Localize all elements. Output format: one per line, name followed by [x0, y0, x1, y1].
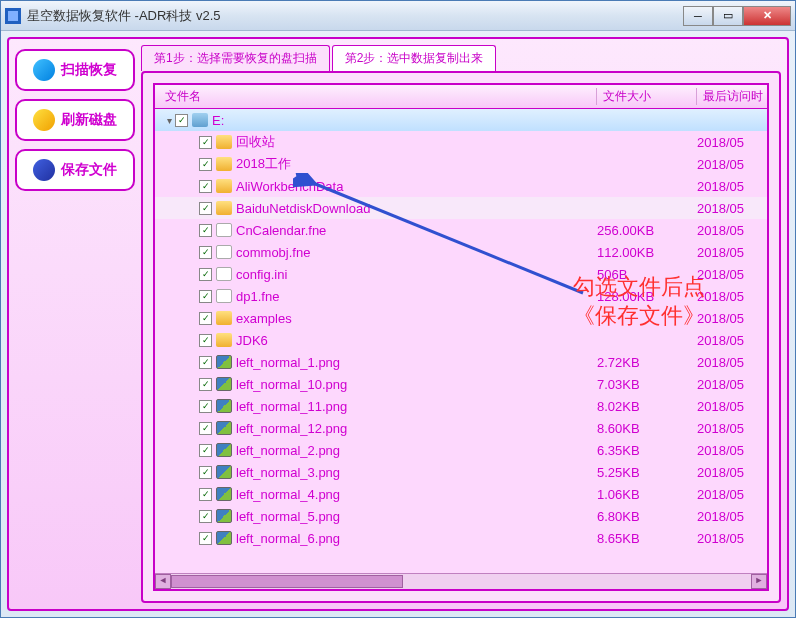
- scroll-thumb[interactable]: [171, 575, 403, 588]
- file-date: 2018/05: [697, 509, 767, 524]
- table-row[interactable]: ✓left_normal_4.png1.06KB2018/05: [155, 483, 767, 505]
- file-date: 2018/05: [697, 179, 767, 194]
- horizontal-scrollbar[interactable]: ◄ ►: [155, 573, 767, 589]
- row-checkbox[interactable]: ✓: [199, 268, 212, 281]
- table-row[interactable]: ✓left_normal_6.png8.65KB2018/05: [155, 527, 767, 549]
- minimize-button[interactable]: ─: [683, 6, 713, 26]
- file-date: 2018/05: [697, 289, 767, 304]
- folder-icon: [216, 157, 232, 171]
- row-checkbox[interactable]: ✓: [199, 356, 212, 369]
- row-checkbox[interactable]: ✓: [199, 158, 212, 171]
- file-name: commobj.fne: [236, 245, 597, 260]
- table-row[interactable]: ✓left_normal_3.png5.25KB2018/05: [155, 461, 767, 483]
- folder-icon: [216, 201, 232, 215]
- column-date[interactable]: 最后访问时: [697, 88, 767, 105]
- column-name[interactable]: 文件名: [155, 88, 597, 105]
- sidebar-button-scan-icon[interactable]: 扫描恢复: [15, 49, 135, 91]
- row-checkbox[interactable]: ✓: [199, 444, 212, 457]
- close-button[interactable]: ✕: [743, 6, 791, 26]
- scroll-right-icon[interactable]: ►: [751, 574, 767, 589]
- folder-icon: [216, 135, 232, 149]
- save-icon: [33, 159, 55, 181]
- sidebar-button-label: 扫描恢复: [61, 61, 117, 79]
- file-size: 5.25KB: [597, 465, 697, 480]
- file-date: 2018/05: [697, 531, 767, 546]
- file-size: 112.00KB: [597, 245, 697, 260]
- tab-bar: 第1步：选择需要恢复的盘扫描第2步：选中数据复制出来: [141, 45, 781, 71]
- file-name: left_normal_10.png: [236, 377, 597, 392]
- file-name: left_normal_6.png: [236, 531, 597, 546]
- row-checkbox[interactable]: ✓: [199, 246, 212, 259]
- img-icon: [216, 487, 232, 501]
- table-row[interactable]: ✓left_normal_11.png8.02KB2018/05: [155, 395, 767, 417]
- file-icon: [216, 267, 232, 281]
- table-row[interactable]: ✓config.ini506B2018/05: [155, 263, 767, 285]
- row-checkbox[interactable]: ✓: [199, 378, 212, 391]
- refresh-icon: [33, 109, 55, 131]
- file-name: BaiduNetdiskDownload: [236, 201, 597, 216]
- file-name: left_normal_2.png: [236, 443, 597, 458]
- table-row[interactable]: ✓commobj.fne112.00KB2018/05: [155, 241, 767, 263]
- column-size[interactable]: 文件大小: [597, 88, 697, 105]
- file-name: AliWorkbenchData: [236, 179, 597, 194]
- scroll-left-icon[interactable]: ◄: [155, 574, 171, 589]
- row-checkbox[interactable]: ✓: [199, 400, 212, 413]
- row-checkbox[interactable]: ✓: [199, 202, 212, 215]
- row-checkbox[interactable]: ✓: [199, 466, 212, 479]
- row-checkbox[interactable]: ✓: [199, 510, 212, 523]
- img-icon: [216, 443, 232, 457]
- sidebar: 扫描恢复刷新磁盘保存文件: [15, 45, 135, 603]
- file-icon: [216, 289, 232, 303]
- row-checkbox[interactable]: ✓: [199, 290, 212, 303]
- file-name: left_normal_3.png: [236, 465, 597, 480]
- sidebar-button-refresh-icon[interactable]: 刷新磁盘: [15, 99, 135, 141]
- table-row[interactable]: ✓dp1.fne128.00KB2018/05: [155, 285, 767, 307]
- table-row[interactable]: ✓回收站2018/05: [155, 131, 767, 153]
- file-name: examples: [236, 311, 597, 326]
- table-row[interactable]: ✓examples2018/05: [155, 307, 767, 329]
- img-icon: [216, 399, 232, 413]
- file-date: 2018/05: [697, 465, 767, 480]
- sidebar-button-label: 刷新磁盘: [61, 111, 117, 129]
- file-icon: [216, 245, 232, 259]
- row-checkbox[interactable]: ✓: [199, 136, 212, 149]
- file-name: dp1.fne: [236, 289, 597, 304]
- tab[interactable]: 第2步：选中数据复制出来: [332, 45, 497, 71]
- tab[interactable]: 第1步：选择需要恢复的盘扫描: [141, 45, 330, 71]
- titlebar: 星空数据恢复软件 -ADR科技 v2.5 ─ ▭ ✕: [1, 1, 795, 31]
- table-row[interactable]: ▾✓E:: [155, 109, 767, 131]
- table-row[interactable]: ✓left_normal_1.png2.72KB2018/05: [155, 351, 767, 373]
- row-checkbox[interactable]: ✓: [199, 422, 212, 435]
- row-checkbox[interactable]: ✓: [199, 488, 212, 501]
- table-row[interactable]: ✓CnCalendar.fne256.00KB2018/05: [155, 219, 767, 241]
- row-checkbox[interactable]: ✓: [199, 180, 212, 193]
- file-name: 回收站: [236, 133, 597, 151]
- row-checkbox[interactable]: ✓: [175, 114, 188, 127]
- file-date: 2018/05: [697, 157, 767, 172]
- table-row[interactable]: ✓JDK62018/05: [155, 329, 767, 351]
- table-row[interactable]: ✓AliWorkbenchData2018/05: [155, 175, 767, 197]
- maximize-button[interactable]: ▭: [713, 6, 743, 26]
- file-size: 8.60KB: [597, 421, 697, 436]
- table-row[interactable]: ✓2018工作2018/05: [155, 153, 767, 175]
- img-icon: [216, 421, 232, 435]
- table-row[interactable]: ✓left_normal_5.png6.80KB2018/05: [155, 505, 767, 527]
- table-row[interactable]: ✓BaiduNetdiskDownload2018/05: [155, 197, 767, 219]
- sidebar-button-save-icon[interactable]: 保存文件: [15, 149, 135, 191]
- app-icon: [5, 8, 21, 24]
- expander-icon[interactable]: ▾: [163, 115, 175, 126]
- row-checkbox[interactable]: ✓: [199, 224, 212, 237]
- table-row[interactable]: ✓left_normal_2.png6.35KB2018/05: [155, 439, 767, 461]
- table-row[interactable]: ✓left_normal_12.png8.60KB2018/05: [155, 417, 767, 439]
- file-date: 2018/05: [697, 421, 767, 436]
- row-checkbox[interactable]: ✓: [199, 334, 212, 347]
- row-checkbox[interactable]: ✓: [199, 312, 212, 325]
- folder-icon: [216, 179, 232, 193]
- img-icon: [216, 509, 232, 523]
- file-date: 2018/05: [697, 311, 767, 326]
- row-checkbox[interactable]: ✓: [199, 532, 212, 545]
- file-size: 128.00KB: [597, 289, 697, 304]
- file-date: 2018/05: [697, 399, 767, 414]
- table-row[interactable]: ✓left_normal_10.png7.03KB2018/05: [155, 373, 767, 395]
- window-title: 星空数据恢复软件 -ADR科技 v2.5: [27, 7, 683, 25]
